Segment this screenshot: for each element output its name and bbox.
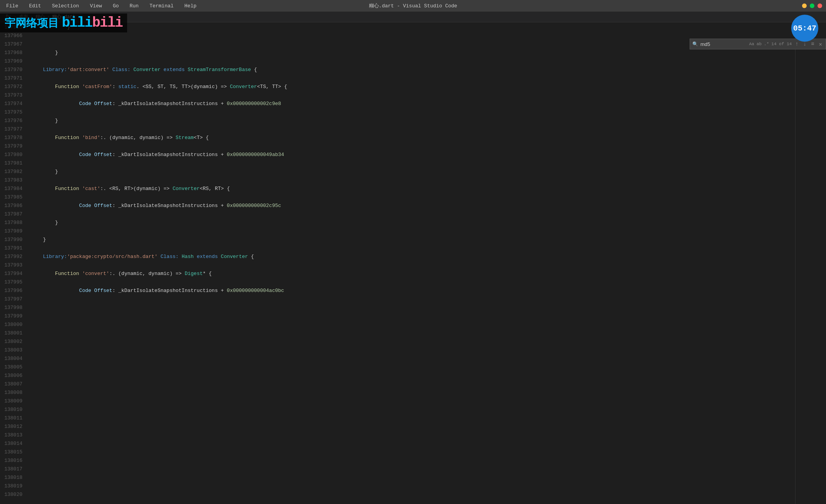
line-num: 138006 xyxy=(0,372,22,380)
code-line xyxy=(27,490,795,499)
code-line xyxy=(27,346,795,355)
code-line xyxy=(27,482,795,490)
line-num: 138003 xyxy=(0,346,22,355)
code-line xyxy=(27,473,795,482)
maximize-icon[interactable] xyxy=(810,3,814,8)
code-line xyxy=(27,125,795,134)
channel-overlay: 宇网络项目 bilibili xyxy=(0,14,127,32)
code-content[interactable]: } } Library:'dart:convert' Class: Conver… xyxy=(27,22,795,504)
line-num: 137978 xyxy=(0,134,22,142)
menu-bar[interactable]: File Edit Selection View Go Run Terminal… xyxy=(4,2,199,10)
line-num: 138011 xyxy=(0,414,22,423)
code-line xyxy=(27,295,795,304)
code-line xyxy=(27,465,795,473)
line-num: 138007 xyxy=(0,380,22,389)
code-line xyxy=(27,372,795,380)
line-num: 137973 xyxy=(0,91,22,100)
line-num: 137968 xyxy=(0,49,22,57)
code-line: Function 'convert':. (dynamic, dynamic) … xyxy=(27,270,795,278)
search-input[interactable] xyxy=(700,41,747,47)
line-num: 137984 xyxy=(0,185,22,193)
code-line xyxy=(27,414,795,423)
line-num: 137990 xyxy=(0,236,22,244)
line-num: 137994 xyxy=(0,270,22,278)
bilibili-logo: bilibili xyxy=(62,15,122,31)
prev-match-button[interactable]: ↑ xyxy=(794,41,799,47)
line-num: 137972 xyxy=(0,83,22,91)
line-num: 137982 xyxy=(0,168,22,176)
code-line xyxy=(27,363,795,372)
line-num: 138016 xyxy=(0,456,22,465)
menu-help[interactable]: Help xyxy=(182,2,199,10)
line-num: 138020 xyxy=(0,490,22,499)
code-line: Code Offset: _kDartIsolateSnapshotInstru… xyxy=(27,287,795,295)
line-num: 137985 xyxy=(0,193,22,202)
line-num: 138005 xyxy=(0,363,22,372)
menu-go[interactable]: Go xyxy=(110,2,121,10)
code-line xyxy=(27,355,795,363)
code-line xyxy=(27,440,795,448)
titlebar: File Edit Selection View Go Run Terminal… xyxy=(0,0,826,12)
code-line: Library:'package:crypto/src/hash.dart' C… xyxy=(27,253,795,261)
code-line xyxy=(27,304,795,312)
minimap[interactable] xyxy=(795,22,826,504)
menu-edit[interactable]: Edit xyxy=(27,2,43,10)
line-num: 137996 xyxy=(0,287,22,295)
code-line xyxy=(27,431,795,440)
line-num: 138000 xyxy=(0,321,22,329)
line-num: 137989 xyxy=(0,227,22,236)
close-search-button[interactable]: ✕ xyxy=(818,41,823,48)
regex-icon[interactable]: .* xyxy=(764,42,769,46)
next-match-button[interactable]: ↓ xyxy=(802,41,807,47)
line-num: 137995 xyxy=(0,278,22,287)
code-line xyxy=(27,397,795,406)
channel-name: 宇网络项目 xyxy=(5,16,59,31)
code-line: Code Offset: _kDartIsolateSnapshotInstru… xyxy=(27,151,795,159)
line-num: 137977 xyxy=(0,125,22,134)
code-line: Library:'dart:convert' Class: Converter … xyxy=(27,66,795,74)
editor: 137965 137966 137967 137968 137969 13797… xyxy=(0,22,826,504)
whole-word-icon[interactable]: ab xyxy=(756,42,761,46)
code-line: } xyxy=(27,168,795,176)
code-line xyxy=(27,32,795,40)
code-line: } xyxy=(27,23,795,32)
line-num: 137986 xyxy=(0,202,22,210)
case-sensitive-icon[interactable]: Aa xyxy=(749,42,754,46)
line-num: 137997 xyxy=(0,295,22,304)
code-line xyxy=(27,448,795,456)
line-num: 137967 xyxy=(0,40,22,49)
line-num: 138008 xyxy=(0,389,22,397)
window-controls[interactable] xyxy=(802,3,822,8)
code-line xyxy=(27,312,795,321)
code-line xyxy=(27,142,795,151)
menu-file[interactable]: File xyxy=(4,2,20,10)
close-icon[interactable] xyxy=(818,3,822,8)
menu-view[interactable]: View xyxy=(88,2,104,10)
line-num: 138019 xyxy=(0,482,22,490)
menu-run[interactable]: Run xyxy=(127,2,141,10)
line-num: 138015 xyxy=(0,448,22,456)
line-num: 138014 xyxy=(0,440,22,448)
code-line: Function 'bind':. (dynamic, dynamic) => … xyxy=(27,134,795,142)
code-line: Code Offset: _kDartIsolateSnapshotInstru… xyxy=(27,202,795,210)
line-num: 137993 xyxy=(0,261,22,270)
line-num: 137975 xyxy=(0,108,22,117)
line-num: 137974 xyxy=(0,100,22,108)
minimize-icon[interactable] xyxy=(802,3,807,8)
search-count: 14 of 14 xyxy=(772,42,792,46)
code-line: } xyxy=(27,49,795,57)
line-num: 138018 xyxy=(0,473,22,482)
code-line xyxy=(27,423,795,431)
code-line xyxy=(27,380,795,389)
line-num: 137966 xyxy=(0,32,22,40)
code-line xyxy=(27,456,795,465)
line-num: 137971 xyxy=(0,74,22,83)
menu-terminal[interactable]: Terminal xyxy=(147,2,176,10)
menu-selection[interactable]: Selection xyxy=(49,2,81,10)
search-icon: 🔍 xyxy=(692,41,698,47)
expand-search-button[interactable]: ≡ xyxy=(810,41,815,47)
code-line: } xyxy=(27,219,795,227)
line-num: 138017 xyxy=(0,465,22,473)
code-line xyxy=(27,338,795,346)
code-line xyxy=(27,74,795,83)
